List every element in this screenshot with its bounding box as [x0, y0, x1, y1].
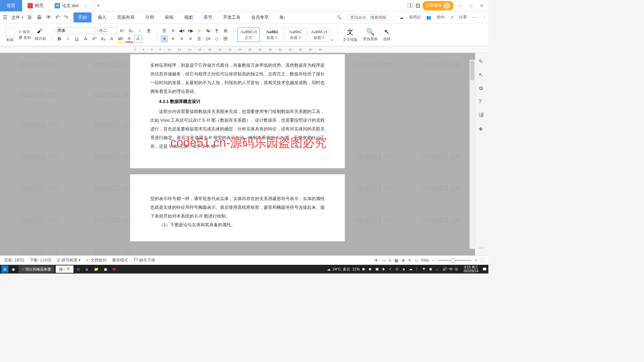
- maximize-button[interactable]: □: [467, 2, 475, 10]
- bold-button[interactable]: B: [56, 35, 63, 43]
- tray-icon[interactable]: ▼: [422, 267, 427, 272]
- zoom-in-button[interactable]: +: [475, 258, 477, 263]
- view-web-icon[interactable]: ▦: [394, 258, 398, 263]
- settings-panel-icon[interactable]: ⚙: [479, 85, 485, 92]
- tray-icon[interactable]: ⊙: [395, 267, 400, 272]
- collab-button[interactable]: 协作: [437, 14, 445, 20]
- volume-icon[interactable]: 🔊: [442, 267, 447, 272]
- ruler[interactable]: 2 4 6 8 10 12 14 16 18 20 22 24 26 28 30…: [0, 46, 488, 53]
- tray-icon[interactable]: ▣: [375, 267, 380, 272]
- eye-icon[interactable]: 👁: [374, 258, 378, 263]
- ribbon-tab-devtools[interactable]: 开发工具: [218, 12, 245, 22]
- text-effects-button[interactable]: A: [108, 35, 115, 43]
- page-number[interactable]: 页面: 16/32: [4, 257, 24, 263]
- ribbon-tab-member[interactable]: 会员专享: [247, 12, 273, 22]
- fullscreen-icon[interactable]: ⛶: [480, 258, 484, 263]
- italic-button[interactable]: I: [64, 35, 72, 43]
- view-reading-icon[interactable]: ⊕: [401, 258, 405, 263]
- find-replace-group[interactable]: 🔍 查找替换: [362, 28, 379, 42]
- zoom-level[interactable]: 70%: [421, 258, 429, 263]
- word-count[interactable]: 字数: 11415: [30, 257, 51, 263]
- compat-mode[interactable]: 兼容模式: [112, 257, 128, 263]
- edge-icon[interactable]: e: [75, 265, 82, 273]
- font-name-select[interactable]: [56, 27, 96, 34]
- zoom-fit-icon[interactable]: □: [415, 258, 417, 263]
- network-icon[interactable]: ⌵: [436, 267, 440, 272]
- missing-fonts[interactable]: T? 缺失字体: [133, 257, 155, 263]
- line-spacing-button[interactable]: ‡≡: [204, 35, 212, 43]
- format-painter-label[interactable]: 格式刷: [35, 36, 46, 41]
- tray-icon[interactable]: ▲: [402, 267, 407, 272]
- vertical-scrollbar[interactable]: [470, 60, 475, 249]
- zoom-slider[interactable]: [438, 260, 471, 261]
- ribbon-tab-references[interactable]: 引用: [141, 12, 159, 22]
- style-heading2[interactable]: AaBbC 标题 2: [284, 27, 307, 42]
- distribute-button[interactable]: ☰: [196, 35, 203, 43]
- increase-indent-button[interactable]: ≡▶: [187, 27, 194, 35]
- proofread-button[interactable]: ✓ 文档校对: [86, 257, 106, 263]
- zoom-out-button[interactable]: −: [432, 258, 434, 263]
- align-left-button[interactable]: ≡: [161, 35, 168, 43]
- subscript-button[interactable]: X₂: [99, 35, 107, 43]
- copy-button[interactable]: 🗐 复制: [19, 35, 31, 40]
- more-icon[interactable]: ⋯: [472, 15, 476, 20]
- search-button[interactable]: 搜一下: [56, 265, 73, 273]
- paste-icon[interactable]: [5, 27, 15, 37]
- news-widget[interactable]: e 强台风梅花来袭: [18, 265, 54, 273]
- ribbon-tab-start[interactable]: 开始: [73, 12, 92, 22]
- hamburger-icon[interactable]: ☰: [3, 14, 7, 20]
- apps-grid-icon[interactable]: ⊡: [416, 2, 420, 9]
- ribbon-tab-layout[interactable]: 页面布局: [112, 12, 139, 22]
- bluetooth-icon[interactable]: ᛒ: [416, 267, 420, 272]
- styles-more-icon[interactable]: ▾: [331, 38, 333, 42]
- ribbon-tab-view[interactable]: 视图: [179, 12, 198, 22]
- shading-button[interactable]: ◇: [213, 35, 220, 43]
- copilot-icon[interactable]: ◉: [10, 265, 17, 273]
- document-page[interactable]: 型的表示符号都一样，通常矩形代表实体，实体间存在的关系用菱形符号表示，实体的属性…: [130, 174, 345, 241]
- browser-icon[interactable]: ◉: [83, 265, 91, 273]
- weather-icon[interactable]: ☁: [327, 267, 331, 272]
- view-outline-icon[interactable]: ≡: [389, 258, 391, 263]
- show-marks-button[interactable]: ¶: [213, 27, 220, 35]
- start-button[interactable]: ⊞: [1, 265, 8, 273]
- ribbon-tab-review[interactable]: 审阅: [160, 12, 178, 22]
- border-button[interactable]: ⊞: [222, 27, 229, 35]
- notifications-icon[interactable]: 💬: [482, 267, 487, 272]
- tray-icon[interactable]: ✓: [389, 267, 393, 272]
- font-size-select[interactable]: [97, 27, 117, 34]
- underline-button[interactable]: U: [73, 35, 80, 43]
- ribbon-tab-insert[interactable]: 插入: [93, 12, 111, 22]
- superscript-button[interactable]: X²: [91, 35, 98, 43]
- style-heading1[interactable]: AaBb( 标题 1: [261, 27, 283, 42]
- redo-icon[interactable]: ↷: [64, 14, 68, 20]
- print-icon[interactable]: 🖶: [37, 14, 42, 20]
- wps-taskbar-icon[interactable]: W: [110, 265, 118, 273]
- ime-indicator[interactable]: 中: [449, 267, 453, 272]
- numbering-button[interactable]: ≡: [169, 27, 177, 35]
- view-page-icon[interactable]: ▭: [382, 258, 385, 263]
- tray-icon[interactable]: ☁: [409, 267, 414, 272]
- login-button[interactable]: 立即登录: [423, 1, 453, 10]
- format-painter-icon[interactable]: 🖌: [37, 28, 44, 36]
- highlight-button[interactable]: ab: [117, 35, 124, 43]
- char-shading-button[interactable]: A: [134, 35, 142, 43]
- tray-icon[interactable]: ◎: [455, 267, 460, 272]
- sort-button[interactable]: ⚡: [196, 27, 203, 35]
- tray-icon[interactable]: ◉: [362, 267, 367, 272]
- increase-font-icon[interactable]: A↑: [119, 27, 126, 35]
- ribbon-tab-more[interactable]: 推›: [275, 12, 290, 22]
- minimize-button[interactable]: —: [456, 2, 464, 10]
- style-heading3[interactable]: AaBbCcI 标题 3: [308, 27, 330, 42]
- document-page[interactable]: 多种应用程序，则是源于它存储方式最佳，具备数据冗余率低的优势。虽然数据库为程序提…: [130, 54, 345, 168]
- collapse-ribbon-icon[interactable]: 〈: [482, 14, 486, 20]
- tab-home[interactable]: 首页: [0, 0, 22, 11]
- tools-icon[interactable]: ◈: [479, 125, 485, 132]
- print-preview-icon[interactable]: 👁: [46, 14, 51, 20]
- file-menu[interactable]: 文件▾: [9, 14, 26, 20]
- tab-daoke[interactable]: 稻壳: [22, 0, 49, 11]
- align-center-button[interactable]: ≡: [169, 35, 177, 43]
- tray-icon[interactable]: ◆: [369, 267, 373, 272]
- strikethrough-button[interactable]: A̶: [82, 35, 89, 43]
- more-tools-icon[interactable]: ⋯: [479, 245, 485, 251]
- explorer-icon[interactable]: 📁: [92, 265, 101, 273]
